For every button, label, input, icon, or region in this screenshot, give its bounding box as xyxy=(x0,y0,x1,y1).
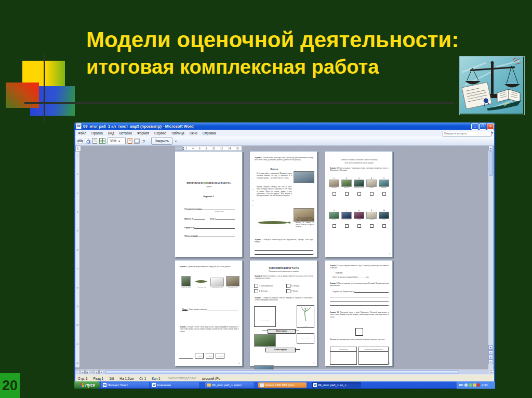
language-switcher[interactable]: RU xyxy=(459,383,463,387)
scroll-right-icon[interactable]: ► xyxy=(490,370,494,374)
outline-view-button[interactable]: ☰ xyxy=(90,370,94,374)
taskbar-button-active-doc[interactable]: W 09_итог раб_1 кл_т... xyxy=(312,382,361,388)
normal-view-button[interactable]: ≡ xyxy=(76,370,80,374)
taskbar-button-2[interactable]: W Козьмина xyxy=(151,382,199,388)
taskbar-button-printer[interactable]: Canon LBP-810 (Кач... xyxy=(258,382,307,388)
option-b: В. Лягушка. Г. Улитка. xyxy=(286,283,300,294)
chevron-down-icon[interactable]: ▼ xyxy=(491,131,494,134)
intro-line-2: Если нужно, перечитай текст ещё раз. xyxy=(329,162,389,164)
hscrollbar-thumb[interactable] xyxy=(105,370,459,374)
printer-icon xyxy=(260,383,264,387)
select-browse-object-icon[interactable]: ● xyxy=(488,355,493,360)
print-button[interactable] xyxy=(77,138,84,144)
scroll-left-icon[interactable]: ◄ xyxy=(99,370,103,374)
chevron-down-icon[interactable]: ▼ xyxy=(118,140,121,143)
menu-item[interactable]: Окно xyxy=(187,131,200,135)
nature-photo xyxy=(379,180,389,187)
animal-photo xyxy=(181,276,191,286)
scroll-down-icon[interactable]: ▼ xyxy=(488,345,493,350)
line-number: 6 xyxy=(252,178,254,180)
hanging-indent-marker[interactable] xyxy=(182,148,184,150)
zoom-combobox[interactable]: 38% ▼ xyxy=(108,138,126,144)
tray-app-icon[interactable] xyxy=(469,383,472,387)
menu-item[interactable]: Формат xyxy=(135,131,152,135)
menu-item[interactable]: Правка xyxy=(89,131,105,135)
vertical-ruler[interactable]: 24681012141618202224 xyxy=(75,152,80,367)
svg-text:?: ? xyxy=(142,139,145,144)
status-indicator: ИСПР xyxy=(175,377,183,380)
checkbox xyxy=(370,224,374,228)
doc-page-2[interactable]: Задание 1. Начни читать текст про себя. … xyxy=(249,151,317,257)
print-layout-button[interactable]: ▦ xyxy=(85,370,89,374)
animal-cell: Кузнечик 4 см xyxy=(179,276,193,289)
checkbox xyxy=(254,284,258,288)
tab-stop-selector[interactable]: L xyxy=(75,146,81,152)
reading-view-button[interactable]: ▥ xyxy=(95,370,99,374)
story-paragraph-1: Есть такая рыба — прилипала. Прилипает о… xyxy=(257,172,292,179)
one-page-button[interactable] xyxy=(91,138,98,144)
page-number: 6 xyxy=(389,362,390,364)
answer-line xyxy=(330,305,389,306)
picture-choice: 3 Орешник в дупле xyxy=(353,177,365,196)
ask-question-input[interactable] xyxy=(443,131,491,136)
horizontal-scrollbar[interactable] xyxy=(104,370,489,374)
menu-item[interactable]: Справка xyxy=(200,131,219,135)
restore-button[interactable]: ❐ xyxy=(479,123,486,130)
ruler-number: 14 xyxy=(228,147,231,150)
remora-drawing xyxy=(256,218,294,227)
counting-boxes-row: звуков букв слогов xyxy=(179,353,239,359)
close-button[interactable]: ✕ xyxy=(487,123,494,130)
menu-item[interactable]: Таблица xyxy=(168,131,187,135)
line-number: 15 xyxy=(252,194,254,196)
status-field: Стр. 1 xyxy=(78,377,88,380)
status-fields: Стр. 1Разд 11/6На 1,5смСт 1Кол 1 xyxy=(78,377,161,380)
minimize-button[interactable]: _ xyxy=(471,123,478,130)
ruler-number: 10 xyxy=(212,147,215,150)
scroll-up-icon[interactable]: ▲ xyxy=(488,146,493,150)
multiple-pages-button[interactable] xyxy=(99,138,105,144)
full-screen-button[interactable] xyxy=(134,138,140,144)
doc-page-5[interactable]: ДОПОЛНИТЕЛЬНАЯ ЧАСТЬ Эти задания можно в… xyxy=(249,260,317,366)
menu-item[interactable]: Вставка xyxy=(117,131,135,135)
previous-page-icon[interactable]: ▲ xyxy=(488,350,493,355)
toolbar-options-icon[interactable]: ▼ xyxy=(175,140,177,143)
tray-app-icon[interactable] xyxy=(473,383,476,387)
picture-choice: 6 Жёлудь xyxy=(328,210,340,228)
taskbar-button-1[interactable]: W Письмо 'Текст' xyxy=(101,382,149,388)
taskbar-button-3[interactable]: 09_итог раб_1 класс xyxy=(205,382,254,388)
title-bar[interactable]: W 09_итог раб_1 кл_текст_вар5 (просмотр)… xyxy=(74,122,495,130)
magnifier-button[interactable] xyxy=(84,138,91,144)
web-layout-button[interactable]: ▤ xyxy=(81,370,85,374)
menu-item[interactable]: Сервис xyxy=(152,131,168,135)
picture-label: Якорь xyxy=(382,219,386,224)
diagram-box-plant: Ландыш xyxy=(297,305,314,328)
animal-caption: Стрекоза 9 см xyxy=(197,287,206,289)
nature-photo xyxy=(329,180,339,187)
scrollbar-thumb[interactable] xyxy=(489,151,493,176)
antivirus-icon[interactable] xyxy=(477,383,480,387)
animal-cell: Лягушка 10 см xyxy=(225,276,240,289)
animal-photo xyxy=(210,278,224,286)
menu-item[interactable]: Файл xyxy=(75,131,89,135)
task5-text: Задание 5. Найди в тексте слова, выделен… xyxy=(180,326,238,333)
vertical-scrollbar[interactable]: ▲ ▼ ▲ ● ▼ xyxy=(488,146,493,369)
doc-page-1[interactable]: ИТОГОВАЯ КОМПЛЕКСНАЯ РАБОТА 1 класс Вари… xyxy=(175,151,243,257)
document-workspace: L 24681012141618202224 246810121416 ИТОГ… xyxy=(75,146,494,369)
horizontal-ruler[interactable]: 246810121416 xyxy=(175,146,242,151)
doc-page-4[interactable]: Задание 4. Сравни размеры животных. Опре… xyxy=(175,260,243,366)
line-number: 12 xyxy=(252,189,254,190)
volume-icon[interactable] xyxy=(464,383,468,387)
menu-item[interactable]: Вид xyxy=(105,131,117,135)
close-preview-button[interactable]: Закрыть xyxy=(151,137,172,145)
diagram-box-right: Название объекта xyxy=(297,333,314,344)
shrink-to-fit-button[interactable] xyxy=(126,138,133,144)
start-button[interactable]: пуск xyxy=(74,381,100,389)
next-page-icon[interactable]: ▼ xyxy=(488,360,493,364)
doc-page-3[interactable]: Ответь на вопросы и выполни задания по т… xyxy=(325,151,393,257)
context-help-button[interactable]: ? xyxy=(141,138,148,144)
ruler-number: 10 xyxy=(76,230,78,232)
ruler-number: 2 xyxy=(185,147,187,150)
nature-photo xyxy=(379,212,389,219)
word-doc-icon: W xyxy=(313,383,317,387)
doc-page-6[interactable]: Задание 8. За день лягушка поймала 5 мух… xyxy=(325,260,393,366)
